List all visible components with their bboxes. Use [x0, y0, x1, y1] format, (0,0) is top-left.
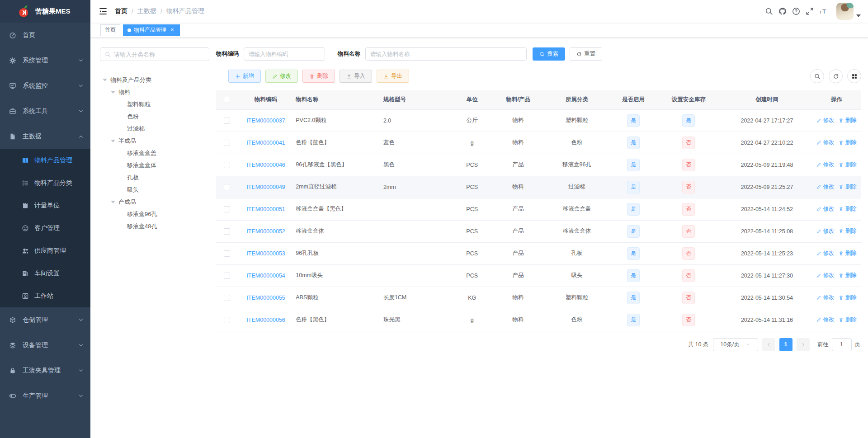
sidebar-item-customer-manage[interactable]: 客户管理: [0, 217, 90, 240]
reset-button[interactable]: 重置: [570, 47, 602, 61]
delete-row-link[interactable]: 删除: [839, 183, 856, 191]
sidebar-item-workshop-settings[interactable]: 车间设置: [0, 262, 90, 285]
delete-row-link[interactable]: 删除: [839, 161, 856, 169]
sidebar-item-device-manage[interactable]: 设备管理: [0, 333, 90, 358]
sidebar-item-material-product-category[interactable]: 物料产品分类: [0, 172, 90, 194]
export-button[interactable]: 导出: [377, 70, 409, 83]
fullscreen-icon[interactable]: [806, 7, 814, 15]
item-code-link[interactable]: ITEM00000046: [246, 162, 285, 168]
tree-node[interactable]: 移液盒盒盖: [100, 147, 209, 159]
edit-row-link[interactable]: 修改: [816, 139, 834, 146]
sidebar-item-system-monitor[interactable]: 系统监控: [0, 73, 90, 99]
sidebar-item-workstation[interactable]: 工作站: [0, 285, 90, 307]
edit-row-link[interactable]: 修改: [816, 316, 834, 324]
edit-row-link[interactable]: 修改: [816, 205, 834, 213]
columns-button[interactable]: [847, 69, 861, 83]
delete-button[interactable]: 删除: [302, 70, 335, 83]
edit-button[interactable]: 修改: [265, 70, 298, 83]
edit-row-link[interactable]: 修改: [816, 294, 834, 301]
sidebar-item-system-tools[interactable]: 系统工具: [0, 99, 90, 124]
toggle-search-button[interactable]: [810, 69, 824, 83]
delete-row-link[interactable]: 删除: [839, 117, 856, 124]
edit-row-link[interactable]: 修改: [816, 227, 834, 235]
sidebar-item-supplier-manage[interactable]: 供应商管理: [0, 240, 90, 262]
item-code-link[interactable]: ITEM00000041: [246, 140, 285, 146]
avatar[interactable]: [836, 3, 854, 20]
item-code-link[interactable]: ITEM00000055: [246, 295, 285, 301]
tree-node[interactable]: 吸头: [100, 184, 209, 196]
tree-node[interactable]: 半成品: [100, 135, 209, 147]
item-code-link[interactable]: ITEM00000037: [246, 118, 285, 124]
tree-node[interactable]: 物料及产品分类: [100, 74, 209, 86]
edit-row-link[interactable]: 修改: [816, 117, 834, 124]
edit-row-link[interactable]: 修改: [816, 183, 834, 191]
select-all-checkbox[interactable]: [224, 97, 230, 103]
tree-node[interactable]: 移液盒96孔: [100, 208, 209, 220]
item-code-link[interactable]: ITEM00000052: [246, 228, 285, 235]
breadcrumb-home[interactable]: 首页: [115, 7, 127, 15]
item-code-link[interactable]: ITEM00000053: [246, 250, 285, 257]
row-checkbox[interactable]: [224, 184, 230, 190]
font-size-icon[interactable]: TT: [819, 7, 827, 15]
help-icon[interactable]: [792, 7, 800, 15]
close-icon[interactable]: [169, 27, 175, 33]
item-code-link[interactable]: ITEM00000054: [246, 273, 285, 279]
row-checkbox[interactable]: [224, 206, 230, 212]
tree-node[interactable]: 移液盒盒体: [100, 159, 209, 171]
item-code-link[interactable]: ITEM00000049: [246, 184, 285, 190]
row-checkbox[interactable]: [224, 295, 230, 301]
edit-row-link[interactable]: 修改: [816, 161, 834, 169]
row-checkbox[interactable]: [224, 228, 230, 235]
tab-home[interactable]: 首页: [100, 24, 120, 36]
github-icon[interactable]: [778, 7, 787, 15]
tree-node[interactable]: 移液盒48孔: [100, 220, 209, 232]
edit-row-link[interactable]: 修改: [816, 250, 834, 257]
app-logo[interactable]: 苦糖果MES: [0, 0, 90, 23]
row-checkbox[interactable]: [224, 162, 230, 168]
tree-node[interactable]: 色粉: [100, 110, 209, 122]
prev-page-button[interactable]: [762, 338, 775, 351]
sidebar-item-system-manage[interactable]: 系统管理: [0, 48, 90, 73]
refresh-button[interactable]: [829, 69, 843, 83]
row-checkbox[interactable]: [224, 250, 230, 257]
tree-node[interactable]: 塑料颗粒: [100, 98, 209, 110]
delete-row-link[interactable]: 删除: [839, 250, 856, 257]
row-checkbox[interactable]: [224, 140, 230, 146]
tree-node[interactable]: 产成品: [100, 196, 209, 208]
sidebar-item-material-product-manage[interactable]: 物料产品管理: [0, 149, 90, 172]
row-checkbox[interactable]: [224, 317, 230, 323]
delete-row-link[interactable]: 删除: [839, 316, 856, 324]
item-code-link[interactable]: ITEM00000051: [246, 206, 285, 212]
tab-material-product-manage[interactable]: 物料产品管理: [123, 24, 180, 36]
row-checkbox[interactable]: [224, 273, 230, 279]
delete-row-link[interactable]: 删除: [839, 294, 856, 301]
sidebar-item-measure-unit[interactable]: 计量单位: [0, 194, 90, 217]
item-code-link[interactable]: ITEM00000056: [246, 317, 285, 323]
next-page-button[interactable]: [797, 338, 810, 351]
import-button[interactable]: 导入: [340, 70, 372, 83]
tree-node[interactable]: 孔板: [100, 171, 209, 184]
header-search-icon[interactable]: [765, 7, 773, 15]
page-size-select[interactable]: 10条/页: [713, 338, 758, 351]
page-number-button[interactable]: 1: [779, 338, 793, 351]
search-button[interactable]: 搜索: [533, 47, 565, 61]
tree-node[interactable]: 物料: [100, 86, 209, 98]
material-code-input[interactable]: [244, 47, 325, 61]
row-checkbox[interactable]: [224, 118, 230, 124]
delete-row-link[interactable]: 删除: [839, 139, 856, 146]
sidebar-item-warehouse-manage[interactable]: 仓储管理: [0, 307, 90, 333]
delete-row-link[interactable]: 删除: [839, 272, 856, 279]
add-button[interactable]: 新增: [228, 70, 261, 83]
sidebar-item-production-manage[interactable]: 生产管理: [0, 383, 90, 409]
sidebar-toggle-icon[interactable]: [99, 7, 108, 16]
tree-search-input[interactable]: [114, 51, 204, 58]
sidebar-item-tooling-fixture-manage[interactable]: 工装夹具管理: [0, 358, 90, 383]
user-menu[interactable]: [836, 3, 861, 20]
goto-page-input[interactable]: [832, 338, 852, 351]
sidebar-item-home[interactable]: 首页: [0, 23, 90, 48]
tree-node[interactable]: 过滤棉: [100, 122, 209, 135]
delete-row-link[interactable]: 删除: [839, 205, 856, 213]
sidebar-item-master-data[interactable]: 主数据: [0, 124, 90, 149]
edit-row-link[interactable]: 修改: [816, 272, 834, 279]
material-name-input[interactable]: [365, 47, 527, 61]
